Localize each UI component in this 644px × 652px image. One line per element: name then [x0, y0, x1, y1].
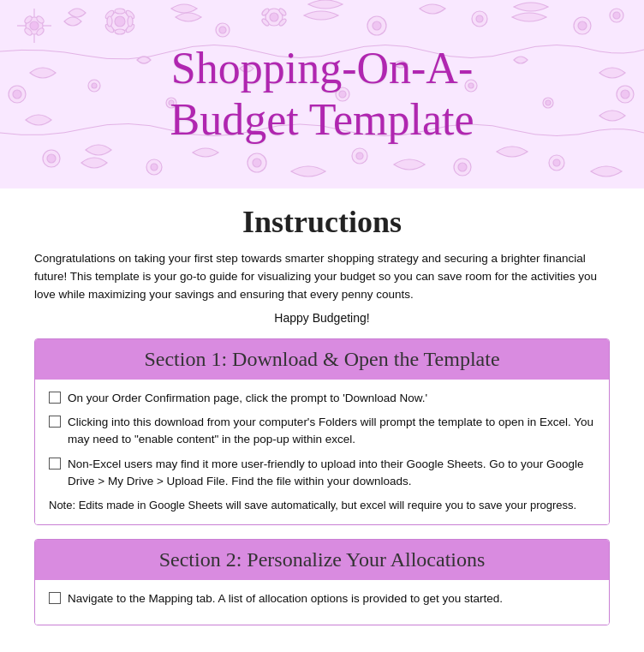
svg-point-35 [613, 12, 620, 19]
header-banner: Shopping-On-A- Budget Template [0, 0, 644, 188]
section-1-item-3: Non-Excel users may find it more user-fr… [49, 456, 595, 491]
checkbox-3[interactable] [49, 458, 61, 470]
section-2-title: Section 2: Personalize Your Allocations [159, 548, 486, 571]
section-1-item-1-text: On your Order Confirmation page, click t… [68, 390, 427, 407]
checkbox-1[interactable] [49, 392, 61, 404]
intro-paragraph: Congratulations on taking your first ste… [34, 250, 610, 304]
svg-point-16 [115, 9, 125, 14]
happy-budgeting-text: Happy Budgeting! [34, 311, 610, 325]
svg-point-23 [270, 13, 278, 21]
svg-point-47 [553, 159, 560, 166]
svg-point-19 [128, 16, 133, 27]
section-1-item-2-text: Clicking into this download from your co… [68, 414, 595, 449]
section-1-item-3-text: Non-Excel users may find it more user-fr… [68, 456, 595, 491]
section-2-block: Section 2: Personalize Your Allocations … [34, 539, 610, 625]
svg-point-11 [115, 16, 125, 27]
section-1-note: Note: Edits made in Google Sheets will s… [49, 497, 595, 514]
svg-point-1 [30, 21, 39, 30]
svg-point-61 [546, 100, 551, 105]
main-content: Instructions Congratulations on taking y… [0, 188, 644, 652]
svg-point-45 [458, 163, 467, 171]
svg-point-37 [47, 154, 56, 163]
svg-point-17 [115, 29, 125, 34]
svg-point-39 [151, 164, 158, 170]
section-1-header: Section 1: Download & Open the Template [35, 339, 609, 380]
section-1-block: Section 1: Download & Open the Template … [34, 338, 610, 525]
svg-point-51 [621, 90, 629, 99]
section-1-item-1: On your Order Confirmation page, click t… [49, 390, 595, 407]
checkbox-2[interactable] [49, 416, 61, 428]
section-2-item-1: Navigate to the Mapping tab. A list of a… [49, 590, 595, 607]
section-1-item-2: Clicking into this download from your co… [49, 414, 595, 449]
svg-point-53 [92, 83, 97, 88]
section-2-item-1-text: Navigate to the Mapping tab. A list of a… [68, 590, 503, 607]
instructions-heading: Instructions [34, 204, 610, 240]
section-1-title: Section 1: Download & Open the Template [144, 348, 499, 370]
svg-point-18 [107, 16, 112, 27]
section-2-header: Section 2: Personalize Your Allocations [35, 540, 609, 580]
svg-point-29 [373, 21, 381, 30]
svg-point-21 [219, 27, 226, 33]
svg-point-41 [253, 159, 261, 167]
section-1-body: On your Order Confirmation page, click t… [35, 380, 609, 524]
svg-point-33 [578, 21, 587, 30]
svg-point-43 [356, 153, 363, 159]
svg-point-31 [476, 15, 483, 22]
svg-point-49 [13, 90, 21, 99]
checkbox-4[interactable] [49, 592, 61, 604]
section-2-body: Navigate to the Mapping tab. A list of a… [35, 580, 609, 625]
header-title: Shopping-On-A- Budget Template [145, 43, 500, 146]
